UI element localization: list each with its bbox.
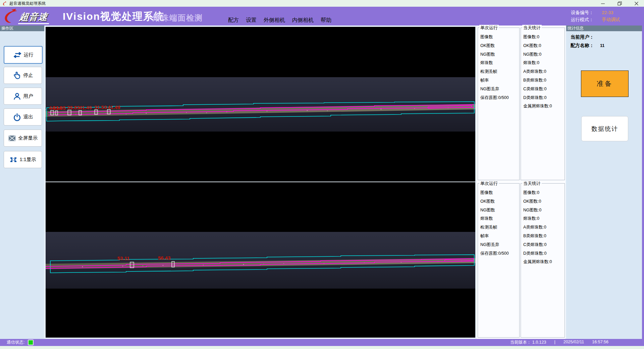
fullscreen-button[interactable]: 全屏显示 xyxy=(4,130,42,147)
groupbox-title: 当天统计 xyxy=(522,25,542,31)
version-value: 1.0.123 xyxy=(532,340,546,345)
exit-button[interactable]: 退出 xyxy=(4,108,42,126)
window-edge-strip xyxy=(642,26,644,339)
stat-row: 熔珠数 xyxy=(480,59,519,67)
device-number-value: 22-33 xyxy=(602,9,613,16)
inner-camera-annotations: 53.11 56.43 xyxy=(46,182,475,338)
stat-row: 检测丢帧 xyxy=(480,223,519,232)
status-divider: | xyxy=(554,340,555,345)
comm-status-indicator xyxy=(28,340,34,345)
measurement-label: 53.11 xyxy=(117,255,130,261)
status-bar: 通信状态: 当前版本： 1.0.123 | 2025/02/11 16:57:5… xyxy=(0,339,644,346)
stat-row: OK图数:0 xyxy=(523,197,565,206)
stat-row: 图像数 xyxy=(480,33,519,42)
run-mode-label: 运行模式： xyxy=(571,16,597,23)
groupbox-title: 当天统计 xyxy=(522,181,542,187)
stat-row: NG图数:0 xyxy=(523,206,565,215)
groupbox-title: 单次运行 xyxy=(479,25,499,31)
inner-camera-view: 53.11 56.43 xyxy=(46,182,475,338)
stat-row: OK图数 xyxy=(480,197,519,206)
measurement-label: 39.83 xyxy=(67,105,80,110)
stat-row: NG图丢弃 xyxy=(480,85,519,94)
measurement-label: 41.49 xyxy=(108,104,120,110)
measurement-label: 56.43 xyxy=(158,255,171,261)
menu-item[interactable]: 帮助 xyxy=(321,17,331,24)
data-statistics-button-label: 数据统计 xyxy=(591,125,618,133)
brand-logo-text: 超音速 xyxy=(18,11,50,24)
app-window: 超音速视觉处理系统 超音速 IVision xyxy=(0,0,644,349)
stat-row: A类熔珠数:0 xyxy=(523,67,565,76)
stat-row: NG图数 xyxy=(480,50,519,59)
hand-icon xyxy=(13,71,21,80)
top-today-groupbox: 当天统计 图像数:0OK图数:0NG图数:0熔珠数:0A类熔珠数:0B类熔珠数:… xyxy=(521,28,565,180)
stat-row: 图像数 xyxy=(480,189,519,197)
stat-row: 熔珠数 xyxy=(480,214,519,223)
app-title: IVision视觉处理系统 xyxy=(63,10,165,23)
app-header: 超音速 IVision视觉处理系统 熔珠端面检测 配方设置外侧相机内侧相机帮助 … xyxy=(0,7,644,26)
menu-item[interactable]: 外侧相机 xyxy=(264,17,285,24)
menu-item[interactable]: 配方 xyxy=(228,17,239,24)
info-panel-title: 统计信息 xyxy=(566,26,642,31)
one-to-one-button-label: 1:1显示 xyxy=(19,156,36,163)
exit-button-label: 退出 xyxy=(23,114,33,120)
stat-row: C类熔珠数:0 xyxy=(523,241,565,249)
stop-button[interactable]: 停止 xyxy=(4,67,42,84)
app-logo-icon xyxy=(2,1,7,6)
stat-row: NG图数:0 xyxy=(523,50,565,59)
stop-button-label: 停止 xyxy=(23,72,33,79)
close-button[interactable] xyxy=(633,0,640,6)
menu-bar: 配方设置外侧相机内侧相机帮助 xyxy=(228,17,331,24)
restore-button[interactable] xyxy=(616,0,623,6)
menu-item[interactable]: 设置 xyxy=(246,17,257,24)
stat-row: OK图数:0 xyxy=(523,42,565,50)
recipe-name-label: 配方名称： xyxy=(571,43,594,48)
version-label: 当前版本： xyxy=(510,340,531,345)
one-to-one-button[interactable]: 1:1显示 xyxy=(4,151,42,168)
data-statistics-button[interactable]: 数据统计 xyxy=(581,116,628,141)
outer-camera-view: 44.34 31.85 39.83 41.49 31.53 41.49 xyxy=(46,27,475,182)
info-panel: 统计信息 当前用户： 配方名称：11 准备 数据统计 xyxy=(566,26,642,339)
stats-column: 单次运行 图像数OK图数NG图数熔珠数检测丢帧帧率NG图丢弃保存原图:0/500… xyxy=(477,26,566,339)
stat-row: OK图数 xyxy=(480,42,519,50)
stat-row: NG图数 xyxy=(480,206,519,215)
swap-arrows-icon xyxy=(13,51,22,59)
window-bottom-edge xyxy=(0,346,644,349)
run-button[interactable]: 运行 xyxy=(4,46,43,64)
stat-row: B类熔珠数:0 xyxy=(523,232,565,241)
stat-row: B类熔珠数:0 xyxy=(523,76,565,85)
sidebar: 操作区 运行 停止 用户 退出 xyxy=(0,26,44,339)
stat-row: 熔珠数:0 xyxy=(523,214,565,223)
bottom-today-groupbox: 当天统计 图像数:0OK图数:0NG图数:0熔珠数:0A类熔珠数:0B类熔珠数:… xyxy=(521,183,565,338)
status-time: 16:57:56 xyxy=(592,340,608,345)
stat-row: NG图丢弃 xyxy=(480,241,519,249)
user-button[interactable]: 用户 xyxy=(4,88,42,105)
app-subtitle: 熔珠端面检测 xyxy=(153,13,203,23)
measurement-label: 31.85 xyxy=(53,105,66,111)
user-button-label: 用户 xyxy=(23,93,33,99)
minimize-button[interactable] xyxy=(599,0,606,6)
outer-camera-annotations: 44.34 31.85 39.83 41.49 31.53 41.49 xyxy=(46,27,475,182)
stat-row: 图像数:0 xyxy=(523,189,565,197)
one-to-one-icon xyxy=(9,156,17,164)
stat-row: 金属屑熔珠数:0 xyxy=(523,102,565,111)
version-label-and-value: 当前版本： 1.0.123 xyxy=(510,340,546,345)
run-mode-value: 手动调试 xyxy=(602,16,620,23)
ready-button[interactable]: 准备 xyxy=(581,70,629,97)
stat-row: 熔珠数:0 xyxy=(523,59,565,67)
stat-row: 金属屑熔珠数:0 xyxy=(523,258,565,266)
fullscreen-icon xyxy=(8,134,16,142)
top-single-run-groupbox: 单次运行 图像数OK图数NG图数熔珠数检测丢帧帧率NG图丢弃保存原图:0/500 xyxy=(478,28,520,180)
status-date: 2025/02/11 xyxy=(564,340,584,345)
stat-row: D类熔珠数:0 xyxy=(523,94,565,102)
measurement-label: 31.53 xyxy=(94,104,107,110)
ready-button-label: 准备 xyxy=(597,79,613,88)
stat-row: 保存原图:0/500 xyxy=(480,94,519,102)
window-title: 超音速视觉处理系统 xyxy=(9,1,46,6)
stat-row: 帧率 xyxy=(480,76,519,85)
menu-item[interactable]: 内侧相机 xyxy=(292,17,314,24)
window-titlebar: 超音速视觉处理系统 xyxy=(0,0,644,7)
stat-row: 保存原图:0/500 xyxy=(480,249,519,258)
measurement-label: 41.49 xyxy=(79,105,92,110)
stat-row: 图像数:0 xyxy=(523,33,565,42)
stat-row: D类熔珠数:0 xyxy=(523,249,565,258)
